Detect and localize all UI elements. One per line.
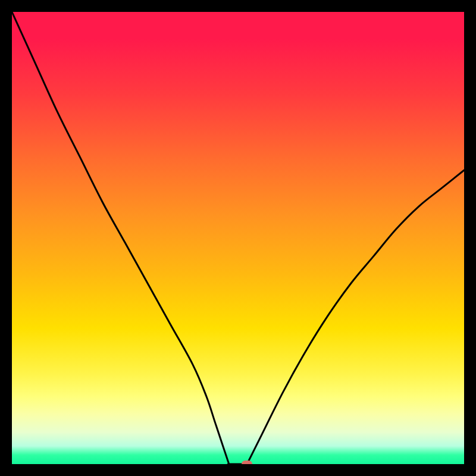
optimal-marker: [242, 461, 252, 464]
plot-area: [12, 12, 464, 464]
bottleneck-curve: [12, 12, 464, 464]
